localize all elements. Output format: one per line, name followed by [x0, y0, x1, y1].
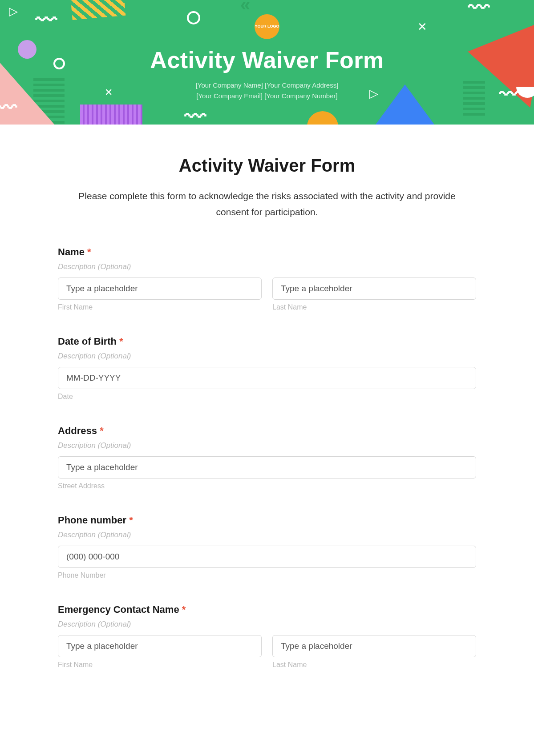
required-marker: * [100, 425, 104, 436]
field-phone: Phone number * Description (Optional) Ph… [58, 515, 476, 579]
emergency-last-name-input[interactable] [272, 635, 476, 657]
header-banner: ✕ ✕ 〰 〰 〰 〰 〰 ▷ ▷ « YOUR LOGO Activity W… [0, 0, 534, 125]
name-label: Name * [58, 246, 476, 258]
required-marker: * [182, 604, 186, 615]
address-label-text: Address [58, 425, 97, 436]
decor-squiggle-1: 〰 [36, 8, 57, 32]
street-address-input[interactable] [58, 456, 476, 479]
phone-sublabel: Phone Number [58, 571, 476, 579]
first-name-sublabel: First Name [58, 303, 262, 311]
decor-squiggle-3: 〰 [468, 0, 490, 20]
emergency-hint: Description (Optional) [58, 620, 476, 629]
company-info: [Your Company Name] [Your Company Addres… [0, 80, 534, 101]
form-title: Activity Waiver Form [58, 156, 476, 176]
first-name-input[interactable] [58, 277, 262, 300]
emergency-label-text: Emergency Contact Name [58, 604, 179, 615]
required-marker: * [119, 336, 123, 347]
company-line-2: [Your Company Email] [Your Company Numbe… [0, 91, 534, 101]
decor-stripes-yellow [70, 0, 126, 20]
required-marker: * [87, 246, 91, 257]
required-marker: * [129, 515, 133, 526]
emergency-last-name-sublabel: Last Name [272, 661, 476, 669]
dob-hint: Description (Optional) [58, 352, 476, 361]
decor-arrow-icon-1: ▷ [9, 4, 18, 18]
phone-label: Phone number * [58, 515, 476, 526]
form-description: Please complete this form to acknowledge… [58, 188, 476, 220]
dob-label: Date of Birth * [58, 336, 476, 347]
company-line-1: [Your Company Name] [Your Company Addres… [0, 80, 534, 91]
decor-squiggle-5: 〰 [185, 105, 206, 125]
decor-half-circle-yellow [307, 111, 338, 125]
form-content: Activity Waiver Form Please complete thi… [0, 125, 534, 696]
name-hint: Description (Optional) [58, 262, 476, 271]
dob-label-text: Date of Birth [58, 336, 117, 347]
phone-input[interactable] [58, 546, 476, 568]
emergency-label: Emergency Contact Name * [58, 604, 476, 615]
field-dob: Date of Birth * Description (Optional) D… [58, 336, 476, 401]
dob-input[interactable] [58, 367, 476, 389]
address-hint: Description (Optional) [58, 441, 476, 450]
phone-hint: Description (Optional) [58, 531, 476, 539]
banner-title: Activity Waiver Form [0, 47, 534, 73]
decor-chevrons-icon: « [240, 0, 250, 15]
last-name-sublabel: Last Name [272, 303, 476, 311]
name-label-text: Name [58, 246, 85, 257]
logo-text: YOUR LOGO [255, 24, 279, 29]
logo-badge: YOUR LOGO [255, 14, 279, 39]
decor-x-icon-2: ✕ [417, 20, 427, 34]
field-address: Address * Description (Optional) Street … [58, 425, 476, 490]
emergency-first-name-sublabel: First Name [58, 661, 262, 669]
field-name: Name * Description (Optional) First Name… [58, 246, 476, 311]
last-name-input[interactable] [272, 277, 476, 300]
dob-sublabel: Date [58, 393, 476, 401]
emergency-first-name-input[interactable] [58, 635, 262, 657]
phone-label-text: Phone number [58, 515, 126, 526]
decor-rect-purple [80, 105, 142, 125]
decor-ring-medium [187, 11, 200, 24]
street-address-sublabel: Street Address [58, 482, 476, 490]
field-emergency: Emergency Contact Name * Description (Op… [58, 604, 476, 669]
address-label: Address * [58, 425, 476, 437]
